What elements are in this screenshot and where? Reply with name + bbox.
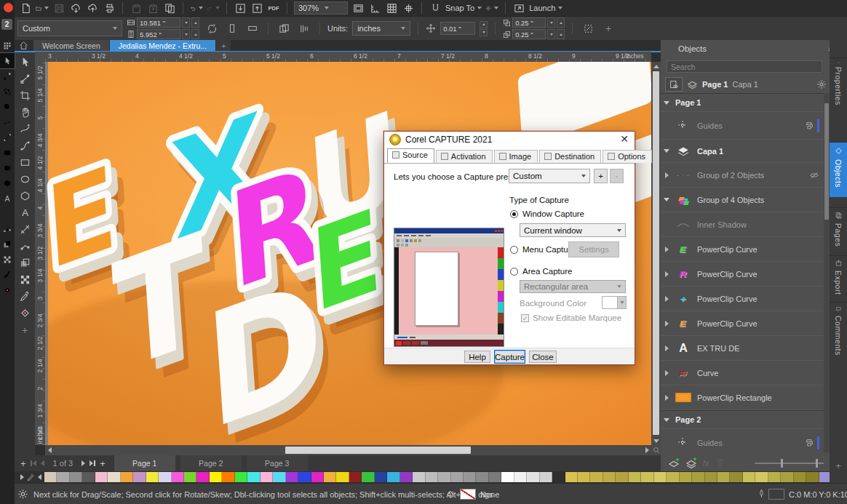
page-height-increment[interactable] (191, 29, 199, 39)
palette-swatch[interactable] (57, 472, 69, 482)
strip-eyedropper-tool[interactable] (0, 267, 15, 282)
ellipse-tool[interactable] (15, 171, 34, 188)
page-preset-select[interactable]: Custom (17, 20, 122, 36)
new-tab-button[interactable]: + (216, 40, 231, 51)
strip-freehand-tool[interactable] (0, 114, 15, 129)
strip-zoom-tool[interactable] (0, 99, 15, 114)
dimension-tool[interactable] (15, 221, 34, 238)
copy-icon[interactable] (163, 1, 176, 15)
palette-swatch[interactable] (641, 472, 653, 482)
fill-none-swatch[interactable] (460, 489, 476, 500)
window-capture-dropdown[interactable]: Current window (520, 223, 626, 237)
new-master-layer-icon[interactable] (685, 457, 697, 469)
page-orientation-icon[interactable] (204, 20, 220, 36)
vertical-scrollbar[interactable] (651, 62, 661, 445)
undo-icon[interactable] (190, 1, 203, 15)
strip-connector-tool[interactable] (0, 221, 15, 236)
docker-tab-pages[interactable]: Pages (830, 207, 847, 247)
import-icon[interactable] (234, 1, 247, 15)
palette-swatch[interactable] (387, 472, 399, 482)
palette-swatch[interactable] (680, 472, 692, 482)
palette-swatch[interactable] (451, 472, 464, 482)
fullscreen-preview-icon[interactable] (351, 1, 365, 15)
two-point-line-tool[interactable] (15, 137, 34, 154)
palette-swatch[interactable] (261, 472, 273, 482)
connector-tool[interactable] (15, 238, 34, 255)
show-objects-icon[interactable] (665, 77, 683, 92)
palette-swatch[interactable] (146, 472, 159, 482)
palette-swatch[interactable] (501, 472, 514, 482)
palette-swatch[interactable] (133, 472, 146, 482)
freehand-tool[interactable] (15, 121, 34, 137)
objects-tree-row[interactable]: Page 2 (661, 410, 824, 429)
strip-mesh-pattern-tool[interactable] (0, 252, 15, 267)
print-icon[interactable] (103, 1, 116, 15)
expand-icon[interactable] (661, 321, 672, 327)
zoom-corner-button[interactable] (651, 445, 661, 455)
collapse-icon[interactable] (661, 198, 672, 201)
add-page-button-2[interactable]: + (100, 458, 106, 469)
strip-drop-shadow-tool[interactable] (0, 236, 15, 252)
launch-icon[interactable] (512, 1, 525, 15)
shape-tool[interactable] (15, 71, 34, 87)
palette-swatch[interactable] (375, 472, 387, 482)
vertical-scroll-thumb[interactable] (653, 71, 659, 435)
palette-swatch[interactable] (552, 472, 565, 482)
duplicate-y-increment[interactable] (557, 29, 565, 39)
page-width-decrement[interactable] (182, 17, 190, 28)
palette-swatch[interactable] (95, 472, 108, 482)
palette-swatch[interactable] (629, 472, 641, 482)
polygon-tool[interactable] (15, 188, 34, 204)
docker-tab-objects[interactable]: Objects (830, 142, 847, 197)
page-height-field[interactable]: 5.952 " (137, 29, 180, 39)
palette-swatch[interactable] (781, 472, 793, 482)
palette-swatch[interactable] (336, 472, 349, 482)
palette-flyout-icon[interactable] (20, 474, 24, 480)
palette-swatch[interactable] (210, 472, 222, 482)
rectangle-tool[interactable] (15, 154, 34, 171)
crop-tool[interactable] (15, 87, 34, 104)
strip-dimension-tool[interactable] (0, 206, 15, 221)
scroll-down-icon[interactable] (651, 436, 661, 445)
background-color-swatch[interactable] (602, 296, 618, 309)
palette-swatch[interactable] (298, 472, 311, 482)
capture-button[interactable]: Capture (494, 350, 525, 364)
duplicate-y-field[interactable]: 0.25 " (512, 29, 546, 39)
objects-tree-row[interactable]: PowerClip Rectangle (661, 385, 824, 410)
snap-to-dropdown[interactable]: Snap To (445, 4, 482, 12)
palette-swatch[interactable] (590, 472, 603, 482)
launch-dropdown[interactable]: Launch (529, 4, 562, 12)
palette-swatch[interactable] (578, 472, 590, 482)
dialog-titlebar[interactable]: Corel CAPTURE 2021 ✕ (384, 132, 635, 148)
strip-text-tool[interactable]: A (0, 191, 15, 206)
ruler-toggle-icon[interactable] (368, 1, 381, 15)
palette-swatch[interactable] (222, 472, 234, 482)
statusbar-gear-icon[interactable] (17, 489, 28, 500)
objects-tree-row[interactable]: Group of 4 Objects (661, 188, 824, 212)
customize-propbar-button[interactable]: + (600, 20, 616, 36)
dialog-close-icon[interactable]: ✕ (620, 133, 629, 145)
objects-tree-row[interactable]: - · -Group of 2 Objects (661, 163, 824, 188)
expand-icon[interactable] (661, 247, 672, 252)
docker-tab-comments[interactable]: Comments (830, 302, 847, 356)
new-document-icon[interactable] (19, 1, 32, 15)
tab-activation[interactable]: Activation (436, 150, 493, 163)
palette-swatch[interactable] (616, 472, 628, 482)
palette-swatch[interactable] (705, 472, 717, 482)
objects-tree-row[interactable]: ≋Curve (661, 361, 824, 385)
expand-icon[interactable] (661, 172, 672, 178)
duplicate-x-field[interactable]: 0.25 " (512, 17, 546, 28)
expand-icon[interactable] (661, 345, 672, 351)
palette-swatch[interactable] (654, 472, 667, 482)
tab-options[interactable]: Options (603, 150, 652, 163)
menu-capture-radio[interactable] (510, 246, 518, 254)
collapse-icon[interactable] (661, 149, 672, 153)
preset-add-button[interactable]: + (594, 169, 608, 183)
palette-swatch[interactable] (196, 472, 209, 482)
vertical-ruler[interactable]: 5 1/25 1/454 3/44 1/24 1/443 3/43 1/23 1… (35, 62, 45, 445)
objects-tree-row[interactable]: EPowerClip Curve (661, 237, 824, 262)
palette-swatch[interactable] (755, 472, 768, 482)
palette-swatch[interactable] (489, 472, 501, 482)
strip-interactive-fill-tool[interactable] (0, 282, 15, 297)
collapse-icon[interactable] (661, 101, 672, 105)
